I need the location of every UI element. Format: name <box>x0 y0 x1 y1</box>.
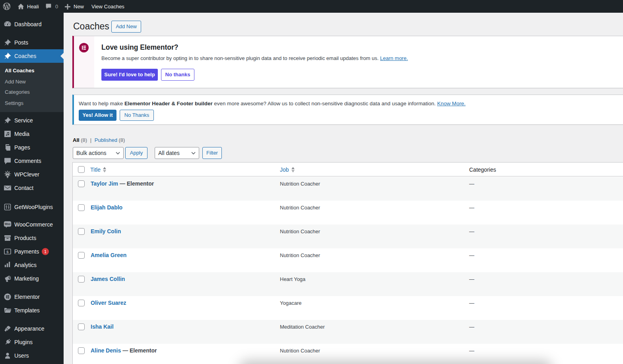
svg-text:$: $ <box>6 250 9 254</box>
svg-text:Woo: Woo <box>5 223 10 225</box>
